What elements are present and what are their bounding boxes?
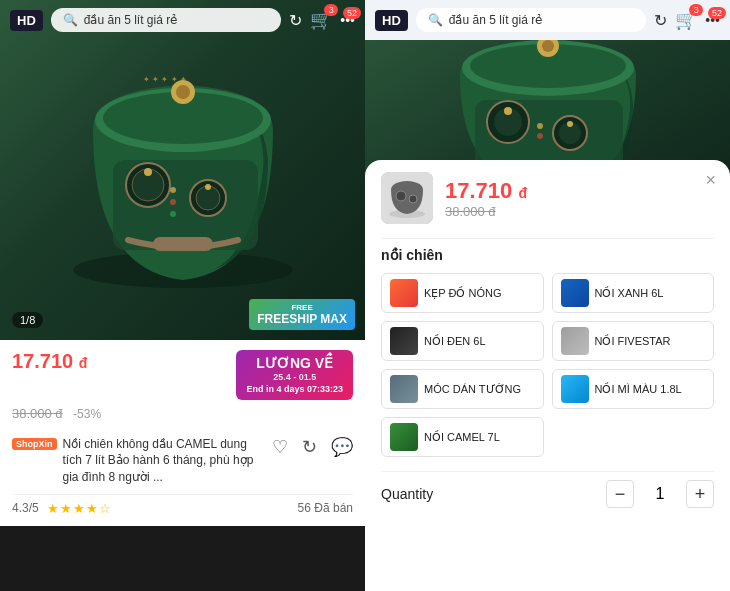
- variant-item-0[interactable]: KẸP ĐỒ NÓNG: [381, 273, 544, 313]
- refresh-icon-right[interactable]: ↻: [654, 11, 667, 30]
- popup-price-row: 17.710 đ 38.000 đ: [381, 172, 714, 224]
- variant-thumb-6: [390, 423, 418, 451]
- variant-item-1[interactable]: NỒI XANH 6L: [552, 273, 715, 313]
- quantity-controls: − 1 +: [606, 480, 714, 508]
- price-main: 17.710 đ: [12, 350, 87, 372]
- cart-badge-left: 3: [324, 4, 338, 16]
- svg-rect-13: [153, 237, 213, 251]
- quantity-plus-button[interactable]: +: [686, 480, 714, 508]
- variant-label-3: NỒI FIVESTAR: [595, 335, 671, 348]
- right-panel: HD 🔍 đầu ăn 5 lít giá rẻ ↻ 🛒 3 ••• 52: [365, 0, 730, 591]
- svg-point-32: [542, 40, 554, 52]
- variant-item-2[interactable]: NỒI ĐEN 6L: [381, 321, 544, 361]
- variant-thumb-3: [561, 327, 589, 355]
- variant-thumb-2: [390, 327, 418, 355]
- popup-price-info: 17.710 đ 38.000 đ: [445, 178, 527, 219]
- rating-row: 4.3/5 ★★★★☆ 56 Đã bán: [12, 494, 353, 516]
- freeship-free-text: FREE: [257, 303, 347, 312]
- search-icon-left: 🔍: [63, 13, 78, 27]
- cart-badge-right: 3: [689, 4, 703, 16]
- favorite-icon[interactable]: ♡: [272, 436, 288, 458]
- svg-text:✦ ✦ ✦ ✦ ✦: ✦ ✦ ✦ ✦ ✦: [143, 75, 187, 84]
- cart-icon-left[interactable]: 🛒 3: [310, 9, 332, 31]
- discount-badge: -53%: [73, 407, 101, 421]
- rating-score: 4.3/5: [12, 501, 39, 515]
- quantity-value: 1: [650, 485, 670, 503]
- left-panel: HD 🔍 đầu ăn 5 lít giá rẻ ↻ 🛒 3 ••• 52: [0, 0, 365, 591]
- variant-label-4: MÓC DÁN TƯỜNG: [424, 383, 521, 396]
- price-row: 17.710 đ LƯƠNG VỀ 25.4 - 01.5 End in 4 d…: [12, 350, 353, 400]
- svg-point-11: [170, 199, 176, 205]
- quantity-label: Quantity: [381, 486, 433, 502]
- variant-item-4[interactable]: MÓC DÁN TƯỜNG: [381, 369, 544, 409]
- promo-dates: 25.4 - 01.5: [246, 372, 343, 384]
- variant-thumb-4: [390, 375, 418, 403]
- search-text-right: đầu ăn 5 lít giá rẻ: [449, 13, 635, 27]
- search-bar-left[interactable]: 🔍 đầu ăn 5 lít giá rẻ: [51, 8, 282, 32]
- header-icons-left: ↻ 🛒 3 ••• 52: [289, 9, 355, 31]
- variant-thumb-0: [390, 279, 418, 307]
- popup-price-main: 17.710 đ: [445, 178, 527, 204]
- header-icons-right: ↻ 🛒 3 ••• 52: [654, 9, 720, 31]
- popup-card: × 17.710 đ 38.000 đ: [365, 160, 730, 591]
- promo-badge: LƯƠNG VỀ 25.4 - 01.5 End in 4 days 07:33…: [236, 350, 353, 400]
- variants-grid: KẸP ĐỒ NÓNG NỒI XANH 6L NỒI ĐEN 6L NỒI F…: [381, 273, 714, 457]
- svg-point-12: [170, 211, 176, 217]
- variant-label-1: NỒI XANH 6L: [595, 287, 664, 300]
- search-bar-right[interactable]: 🔍 đầu ăn 5 lít giá rẻ: [416, 8, 647, 32]
- left-header: HD 🔍 đầu ăn 5 lít giá rẻ ↻ 🛒 3 ••• 52: [0, 0, 365, 40]
- search-icon-right: 🔍: [428, 13, 443, 27]
- svg-point-9: [205, 184, 211, 190]
- svg-point-24: [504, 107, 512, 115]
- sold-count: 56 Đã bán: [298, 501, 353, 515]
- product-info-left: 17.710 đ LƯƠNG VỀ 25.4 - 01.5 End in 4 d…: [0, 340, 365, 526]
- search-text-left: đầu ăn 5 lít giá rẻ: [84, 13, 270, 27]
- notif-badge-left: 52: [343, 7, 361, 19]
- price-block: 17.710 đ: [12, 350, 87, 373]
- product-desc-row: ShopXin Nồi chiên không dầu CAMEL dung t…: [12, 430, 353, 486]
- price-original: 38.000 đ: [12, 406, 63, 421]
- product-actions: ♡ ↻ 💬: [272, 436, 353, 458]
- air-fryer-svg-left: ✦ ✦ ✦ ✦ ✦: [53, 30, 313, 310]
- notif-badge-right: 52: [708, 7, 726, 19]
- svg-point-37: [409, 195, 417, 203]
- variants-section-label: nồi chiên: [381, 247, 714, 263]
- message-icon[interactable]: 💬: [331, 436, 353, 458]
- freeship-max-text: FREESHIP MAX: [257, 312, 347, 326]
- menu-icon-left[interactable]: ••• 52: [340, 12, 355, 28]
- refresh-icon-left[interactable]: ↻: [289, 11, 302, 30]
- variant-thumb-5: [561, 375, 589, 403]
- variant-item-3[interactable]: NỒI FIVESTAR: [552, 321, 715, 361]
- hd-badge-left: HD: [10, 10, 43, 31]
- shopxin-badge: ShopXin: [12, 438, 57, 450]
- freeship-badge: FREE FREESHIP MAX: [249, 299, 355, 330]
- cart-icon-right[interactable]: 🛒 3: [675, 9, 697, 31]
- variant-label-0: KẸP ĐỒ NÓNG: [424, 287, 502, 300]
- promo-name: LƯƠNG VỀ: [246, 354, 343, 372]
- svg-point-29: [537, 133, 543, 139]
- variant-label-6: NỒI CAMEL 7L: [424, 431, 500, 444]
- popup-currency: đ: [518, 185, 527, 201]
- promo-timer: End in 4 days 07:33:23: [246, 384, 343, 396]
- right-header: HD 🔍 đầu ăn 5 lít giá rẻ ↻ 🛒 3 ••• 52: [365, 0, 730, 40]
- price-currency: đ: [79, 355, 88, 371]
- variant-item-6[interactable]: NỒI CAMEL 7L: [381, 417, 544, 457]
- variant-thumb-1: [561, 279, 589, 307]
- svg-point-27: [567, 121, 573, 127]
- variant-item-5[interactable]: NỒI MÌ MÀU 1.8L: [552, 369, 715, 409]
- quantity-minus-button[interactable]: −: [606, 480, 634, 508]
- svg-point-15: [176, 85, 190, 99]
- hd-badge-right: HD: [375, 10, 408, 31]
- share-icon[interactable]: ↻: [302, 436, 317, 458]
- svg-point-10: [170, 187, 176, 193]
- image-counter: 1/8: [12, 312, 43, 328]
- close-button[interactable]: ×: [705, 170, 716, 191]
- product-image-left: ✦ ✦ ✦ ✦ ✦ 1/8 FREE FREESHIP MAX: [0, 0, 365, 340]
- divider-1: [381, 238, 714, 239]
- menu-icon-right[interactable]: ••• 52: [705, 12, 720, 28]
- star-icons: ★★★★☆: [47, 501, 112, 516]
- popup-price-original: 38.000 đ: [445, 204, 527, 219]
- variant-label-2: NỒI ĐEN 6L: [424, 335, 486, 348]
- quantity-row: Quantity − 1 +: [381, 480, 714, 508]
- popup-thumbnail: [381, 172, 433, 224]
